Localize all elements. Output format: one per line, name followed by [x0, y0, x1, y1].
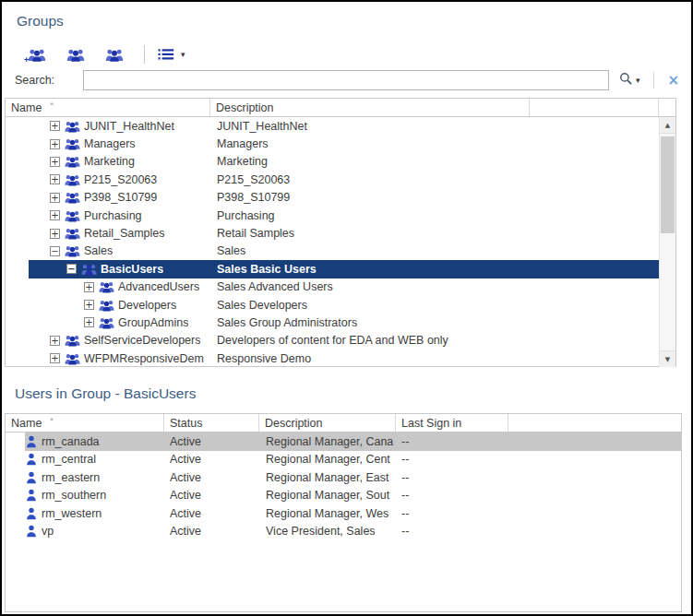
expand-toggle-icon[interactable]: + [84, 300, 94, 310]
users-column-header-name[interactable]: Name ˄ [6, 414, 164, 432]
user-name: rm_eastern [42, 471, 100, 484]
group-name: AdvancedUsers [118, 280, 199, 293]
group-icon [65, 120, 80, 133]
tree-row[interactable]: +Purchasing Purchasing [6, 207, 675, 224]
users-table-header: Name ˄ Status Description Last Sign in [6, 414, 681, 432]
tree-scrollbar[interactable]: ▲ ▼ [659, 117, 675, 367]
user-name: rm_canada [42, 435, 100, 448]
user-row[interactable]: rm_central Active Regional Manager, Cent… [6, 451, 681, 469]
clear-search-button[interactable]: × [664, 74, 684, 87]
group-new-icon [28, 48, 46, 62]
user-last-sign-in: -- [396, 453, 508, 466]
expand-toggle-icon[interactable]: + [50, 210, 60, 220]
column-header-name[interactable]: Name ˄ [6, 99, 210, 116]
tree-row[interactable]: +JUNIT_HealthNet JUNIT_HealthNet [6, 117, 675, 135]
group-name: Managers [84, 137, 136, 150]
scrollbar-thumb[interactable] [661, 136, 675, 233]
user-icon [26, 471, 37, 484]
group-people-icon [105, 48, 124, 62]
tree-row[interactable]: +Developers Sales Developers [6, 296, 675, 314]
expand-toggle-icon[interactable]: + [84, 317, 94, 327]
group-name: BasicUsers [101, 263, 163, 276]
group-icon [65, 334, 80, 347]
user-row[interactable]: vp Active Vice President, Sales -- [6, 523, 681, 541]
user-icon [26, 489, 37, 502]
group-icon [65, 209, 80, 222]
expand-toggle-icon[interactable]: + [50, 193, 60, 203]
group-description: P398_S10799 [210, 191, 530, 204]
user-status: Active [164, 453, 259, 466]
expand-toggle-icon[interactable]: + [50, 229, 60, 239]
expand-toggle-icon[interactable]: + [50, 353, 60, 363]
user-row[interactable]: rm_southern Active Regional Manager, Sou… [6, 487, 681, 505]
expand-toggle-icon[interactable]: + [50, 157, 60, 167]
users-column-header-last-sign-in[interactable]: Last Sign in [396, 414, 508, 432]
toolbar-separator [144, 45, 145, 64]
user-icon [26, 435, 37, 448]
search-button[interactable]: ▾ [618, 71, 641, 89]
delete-group-button[interactable] [103, 46, 129, 64]
column-header-description-label: Description [216, 101, 274, 114]
new-group-button[interactable]: + [26, 46, 52, 64]
user-last-sign-in: -- [396, 489, 508, 502]
group-description: Managers [210, 137, 530, 150]
users-panel-title: Users in Group - BasicUsers [15, 385, 196, 402]
tree-row[interactable]: +Retail_Samples Retail Samples [6, 224, 675, 242]
expand-toggle-icon[interactable]: + [50, 121, 60, 131]
scroll-up-icon[interactable]: ▲ [660, 117, 675, 134]
search-input[interactable] [83, 70, 609, 90]
group-description: Sales Group Administrators [210, 316, 530, 329]
expand-toggle-icon[interactable]: + [84, 282, 94, 292]
scroll-down-icon[interactable]: ▼ [660, 350, 675, 367]
user-status: Active [164, 435, 259, 448]
tree-row[interactable]: +AdvancedUsers Sales Advanced Users [6, 278, 675, 296]
tree-row[interactable]: +SelfServiceDevelopers Developers of con… [6, 332, 675, 349]
tree-row[interactable]: +WFPMResponsiveDem Responsive Demo [6, 349, 675, 367]
user-status: Active [164, 471, 259, 484]
users-column-header-description[interactable]: Description [259, 414, 396, 432]
group-icon [99, 280, 114, 293]
group-name: JUNIT_HealthNet [84, 120, 174, 133]
user-row[interactable]: rm_eastern Active Regional Manager, East… [6, 468, 681, 487]
column-header-description[interactable]: Description [210, 99, 530, 116]
search-options-caret-icon: ▾ [636, 76, 640, 85]
users-column-header-status[interactable]: Status [164, 414, 259, 432]
user-row[interactable]: rm_western Active Regional Manager, Wes … [6, 504, 681, 523]
tree-row[interactable]: +Managers Managers [6, 135, 675, 152]
user-last-sign-in: -- [396, 525, 508, 538]
group-name: SelfServiceDevelopers [84, 334, 200, 347]
group-name: P398_S10799 [84, 191, 157, 204]
user-status: Active [164, 525, 259, 538]
user-row-highlighted[interactable]: rm_canada Active Regional Manager, Cana … [6, 432, 681, 451]
user-icon [26, 525, 37, 538]
tree-row[interactable]: −Sales Sales [6, 243, 675, 260]
users-column-header-last-sign-in-label: Last Sign in [401, 417, 461, 430]
tree-row[interactable]: +Marketing Marketing [6, 153, 675, 171]
tree-row[interactable]: +GroupAdmins Sales Group Administrators [6, 314, 675, 331]
expand-toggle-icon[interactable]: + [50, 336, 60, 346]
tree-row[interactable]: +P215_S20063 P215_S20063 [6, 171, 675, 188]
expand-toggle-icon[interactable]: + [50, 139, 60, 149]
plus-badge-icon: + [24, 55, 29, 65]
collapse-toggle-icon[interactable]: − [50, 246, 60, 256]
column-header-empty [530, 99, 659, 116]
group-description: JUNIT_HealthNet [210, 120, 530, 133]
user-description: Regional Manager, Wes [259, 507, 396, 520]
view-menu-button[interactable]: ▾ [156, 46, 187, 63]
tree-row-selected[interactable]: −BasicUsers Sales Basic Users [6, 260, 675, 278]
tree-row[interactable]: +P398_S10799 P398_S10799 [6, 189, 675, 207]
users-column-header-name-label: Name [11, 417, 42, 430]
user-name: rm_central [42, 453, 96, 466]
expand-toggle-icon[interactable]: + [50, 174, 60, 184]
user-icon [26, 453, 37, 466]
collapse-toggle-icon[interactable]: − [66, 264, 77, 274]
group-name: Purchasing [84, 209, 142, 222]
group-description: Sales Advanced Users [210, 280, 530, 293]
edit-group-button[interactable] [65, 46, 90, 64]
user-status: Active [164, 489, 259, 502]
user-description: Regional Manager, Cent [259, 453, 396, 466]
list-view-icon [158, 48, 174, 61]
user-icon [26, 507, 37, 520]
search-icon [619, 72, 633, 89]
group-description: P215_S20063 [210, 173, 530, 186]
